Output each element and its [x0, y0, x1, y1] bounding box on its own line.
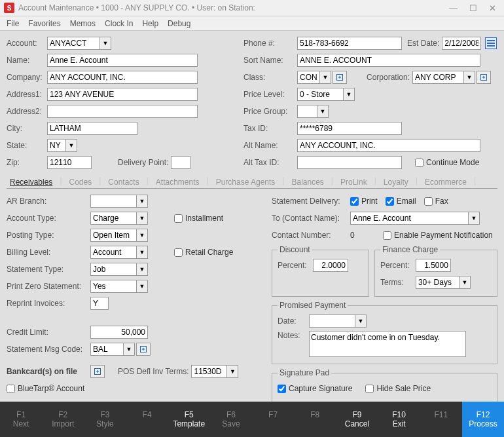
stmtmsgcode-input[interactable] [90, 343, 123, 356]
fkey-f10[interactable]: F10Exit [378, 410, 420, 429]
printzero-input[interactable] [90, 280, 136, 293]
finance-percent-input[interactable] [416, 259, 451, 272]
name-input[interactable] [47, 54, 198, 67]
enablepaynotif-check[interactable]: Enable Payment Notification [383, 231, 493, 240]
corporation-input[interactable] [412, 71, 463, 84]
state-dropdown[interactable]: ▼ [65, 139, 77, 152]
continuemode-checkbox[interactable] [415, 159, 423, 167]
fkey-f12[interactable]: F12Process [462, 402, 504, 437]
deliverypoint-input[interactable] [171, 156, 190, 169]
reprint-input[interactable] [90, 297, 109, 310]
promised-notes-input[interactable]: Customer didn't come in on Tuesday. [309, 331, 466, 357]
capturesig-check[interactable]: Capture Signature [278, 384, 352, 393]
maximize-button[interactable]: ☐ [469, 3, 477, 13]
fax-checkbox[interactable] [424, 197, 433, 206]
city-input[interactable] [47, 122, 137, 135]
installment-checkbox[interactable] [174, 214, 183, 223]
bluetarp-checkbox[interactable] [7, 385, 15, 393]
tab-ecommerce[interactable]: Ecommerce [424, 176, 467, 188]
retailcharge-checkbox[interactable] [174, 248, 183, 257]
company-input[interactable] [47, 71, 198, 84]
tocontact-dropdown[interactable]: ▼ [468, 212, 480, 225]
statementtype-input[interactable] [90, 263, 136, 276]
promised-date-input[interactable] [309, 314, 355, 328]
billinglevel-dropdown[interactable]: ▼ [136, 246, 148, 259]
altname-input[interactable] [297, 139, 480, 152]
estdate-input[interactable] [442, 37, 481, 50]
alttaxid-input[interactable] [297, 156, 402, 169]
fkey-f11[interactable]: F11 [420, 410, 462, 429]
postingtype-dropdown[interactable]: ▼ [136, 229, 148, 242]
fkey-f7[interactable]: F7 [252, 410, 294, 429]
address1-input[interactable] [47, 88, 198, 101]
corporation-lookup-button[interactable] [477, 71, 491, 84]
menu-icon[interactable] [485, 37, 497, 49]
accounttype-input[interactable] [90, 212, 136, 225]
taxid-input[interactable] [297, 122, 402, 135]
menu-clockin[interactable]: Clock In [105, 19, 133, 28]
fkey-f3[interactable]: F3Style [84, 410, 126, 429]
stmtmsgcode-lookup-button[interactable] [136, 343, 151, 356]
email-check[interactable]: Email [386, 197, 416, 206]
capturesig-checkbox[interactable] [278, 385, 286, 393]
bluetarp-check[interactable]: BlueTarp® Account [7, 384, 84, 393]
fkey-f8[interactable]: F8 [294, 410, 336, 429]
posdefl-input[interactable] [191, 365, 226, 378]
sortname-input[interactable] [297, 54, 480, 67]
class-input[interactable] [297, 71, 319, 84]
tab-balances[interactable]: Balances [291, 176, 324, 188]
tab-purchaseagents[interactable]: Purchase Agents [215, 176, 276, 188]
arbranch-dropdown[interactable]: ▼ [136, 195, 148, 208]
pricegroup-input[interactable] [297, 105, 317, 118]
menu-help[interactable]: Help [142, 19, 158, 28]
print-checkbox[interactable] [350, 197, 359, 206]
arbranch-input[interactable] [90, 195, 136, 208]
pricelevel-input[interactable] [297, 88, 343, 101]
tab-prolink[interactable]: ProLink [340, 176, 368, 188]
pricegroup-dropdown[interactable]: ▼ [317, 105, 329, 118]
class-lookup-button[interactable] [333, 71, 347, 84]
menu-favorites[interactable]: Favorites [28, 19, 60, 28]
fkey-f1[interactable]: F1Next [0, 410, 42, 429]
creditlimit-input[interactable] [90, 326, 148, 339]
zip-input[interactable] [47, 156, 92, 169]
tab-receivables[interactable]: Receivables [9, 176, 53, 188]
email-checkbox[interactable] [386, 197, 394, 206]
continuemode-check[interactable]: Continue Mode [415, 158, 479, 167]
fkey-f5[interactable]: F5Template [168, 410, 210, 429]
menu-file[interactable]: File [7, 19, 19, 28]
finance-terms-dropdown[interactable]: ▼ [459, 276, 471, 289]
corporation-dropdown[interactable]: ▼ [463, 71, 475, 84]
finance-terms-input[interactable] [416, 276, 459, 289]
close-button[interactable]: ✕ [489, 3, 496, 13]
tab-loyalty[interactable]: Loyalty [383, 176, 409, 188]
fkey-f9[interactable]: F9Cancel [336, 410, 378, 429]
class-dropdown[interactable]: ▼ [319, 71, 331, 84]
menu-debug[interactable]: Debug [168, 19, 190, 28]
posdefl-dropdown[interactable]: ▼ [226, 365, 238, 378]
pricelevel-dropdown[interactable]: ▼ [343, 88, 355, 101]
fkey-f2[interactable]: F2Import [42, 410, 84, 429]
fax-check[interactable]: Fax [424, 197, 448, 206]
discount-percent-input[interactable] [313, 259, 348, 272]
postingtype-input[interactable] [90, 229, 136, 242]
bankcards-button[interactable] [90, 365, 105, 378]
installment-check[interactable]: Installment [174, 214, 223, 223]
promised-date-dropdown[interactable]: ▼ [355, 314, 367, 328]
hidesale-checkbox[interactable] [365, 385, 374, 393]
fkey-f4[interactable]: F4 [126, 410, 168, 429]
phone-input[interactable] [297, 37, 402, 50]
billinglevel-input[interactable] [90, 246, 136, 259]
print-check[interactable]: Print [350, 197, 378, 206]
tab-codes[interactable]: Codes [69, 176, 93, 188]
accounttype-dropdown[interactable]: ▼ [136, 212, 148, 225]
account-input[interactable] [47, 37, 99, 50]
minimize-button[interactable]: — [449, 3, 458, 13]
printzero-dropdown[interactable]: ▼ [136, 280, 148, 293]
hidesale-check[interactable]: Hide Sale Price [365, 384, 431, 393]
state-input[interactable] [47, 139, 65, 152]
tab-contacts[interactable]: Contacts [107, 176, 139, 188]
account-dropdown[interactable]: ▼ [99, 37, 111, 50]
enablepaynotif-checkbox[interactable] [383, 231, 391, 240]
tab-attachments[interactable]: Attachments [155, 176, 200, 188]
